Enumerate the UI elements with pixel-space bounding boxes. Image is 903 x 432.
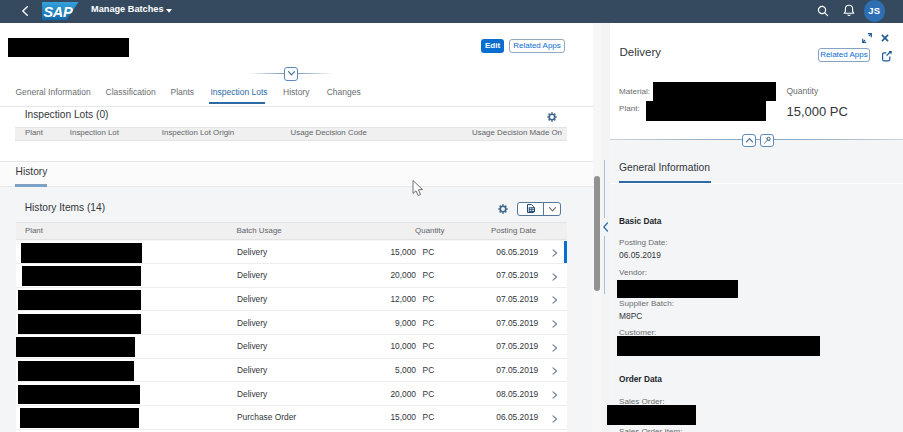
svg-text:SAP: SAP (44, 4, 74, 20)
